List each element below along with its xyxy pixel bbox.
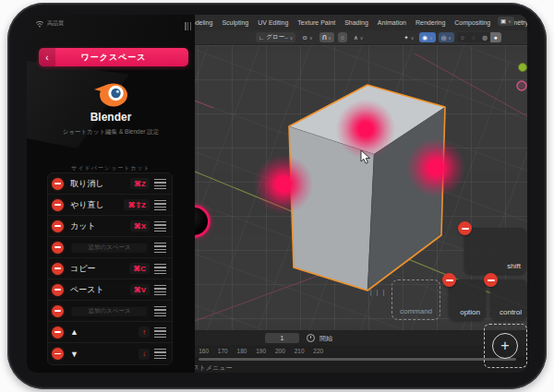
drag-handle-icon[interactable] (154, 200, 166, 210)
xray-toggle[interactable]: ◎ ∨ (439, 32, 454, 42)
chevron-down-icon: ∨ (360, 35, 364, 41)
screen: ModelingSculptingUV EditingTexture Paint… (27, 15, 527, 373)
chevron-down-icon: ∨ (429, 35, 433, 41)
shortcut-key-badge: ↑ (138, 327, 150, 338)
plus-icon: + (492, 333, 518, 359)
shortcut-row: 追加のスペース (48, 237, 172, 258)
shortcut-input[interactable]: 追加のスペース (70, 304, 149, 317)
shortcut-key-badge: ⌘C (129, 263, 150, 274)
falloff-dropdown[interactable]: ∧ ∨ (351, 32, 366, 42)
topbar-menus: ModelingSculptingUV EditingTexture Paint… (187, 15, 527, 30)
start-frame-label: 開始 (319, 334, 332, 343)
shading-mode-2[interactable]: ◍ (479, 32, 490, 42)
chevron-down-icon: ∨ (448, 35, 452, 41)
remove-button[interactable] (52, 263, 64, 275)
touch-indicator-right (406, 138, 465, 197)
drag-handle-icon[interactable] (154, 243, 166, 253)
remove-key-badge[interactable] (484, 273, 498, 287)
modifier-key-label: control (500, 308, 522, 316)
modifier-key-option[interactable]: option (449, 279, 486, 320)
remove-button[interactable] (52, 220, 64, 232)
current-frame-field[interactable]: 1 (265, 333, 299, 343)
drag-handle-icon[interactable] (154, 285, 166, 295)
menu-item-rendering[interactable]: Rendering (416, 19, 445, 26)
remove-button[interactable] (52, 348, 64, 360)
remove-button[interactable] (52, 199, 64, 211)
app-card: Blender ショートカット編集 & Blender 設定 (27, 72, 195, 160)
pivot-dropdown[interactable]: ⊙ ∨ (299, 32, 315, 42)
scene-icon: ▣ (500, 18, 506, 25)
shading-mode-3[interactable]: ● (490, 32, 501, 42)
overlays-icon: ◉ (422, 34, 428, 42)
menu-item-compositing[interactable]: Compositing (454, 19, 490, 26)
drag-handle-icon[interactable] (154, 264, 166, 274)
gizmo-dropdown[interactable]: ✦ ∨ (401, 32, 416, 42)
section-title: サイドバーショートカット (27, 164, 195, 172)
shortcut-row: ▲↑ (48, 322, 172, 343)
proportional-editing-toggle[interactable]: ○ (338, 32, 347, 42)
drag-handle-icon[interactable] (154, 179, 166, 189)
chevron-left-icon: ‹ (39, 48, 55, 66)
drag-handle-icon[interactable] (154, 349, 166, 359)
menu-item-animation[interactable]: Animation (378, 19, 406, 26)
menu-item-shading[interactable]: Shading (344, 19, 368, 26)
remove-key-badge[interactable] (458, 221, 472, 235)
chevron-down-icon: ∨ (309, 35, 313, 41)
touch-indicator-left (254, 155, 313, 214)
menu-item-sculpting[interactable]: Sculpting (222, 19, 248, 26)
shortcut-input[interactable]: 追加のスペース (70, 241, 149, 254)
xray-icon: ◎ (441, 34, 447, 42)
orientation-dropdown[interactable]: ∟ グロー.. ∨ (256, 32, 295, 42)
shortcut-label: 取り消し (70, 178, 130, 190)
chevron-down-icon: ∨ (328, 35, 331, 41)
remove-key-badge[interactable] (442, 273, 456, 287)
shortcut-label: ▲ (70, 327, 138, 337)
modifier-key-shift[interactable]: shift (464, 228, 526, 274)
overlays-toggle[interactable]: ◉ ∨ (419, 32, 435, 42)
connection-status: 高品質 (35, 19, 64, 28)
modifier-key-command[interactable]: command (391, 279, 440, 320)
shortcut-label: やり直し (70, 199, 124, 211)
shortcut-label: ▼ (70, 350, 138, 359)
app-subtitle: ショートカット編集 & Blender 設定 (27, 128, 195, 137)
stopwatch-icon[interactable] (307, 334, 315, 342)
shading-mode-0[interactable]: ○ (457, 32, 468, 42)
sidebar-drag-handle[interactable] (185, 22, 191, 30)
snap-toggle[interactable]: U ∨ (319, 32, 334, 42)
shortcut-key-badge: ⌘X (130, 220, 150, 232)
remove-button[interactable] (52, 305, 64, 317)
remove-button[interactable] (52, 242, 64, 254)
shortcut-sidebar: 高品質 ‹ ワークスペース Blender ショートカット編集 & Blende… (27, 15, 195, 373)
orientation-label: グロー.. (266, 33, 287, 42)
view-layer-icon[interactable]: ×× (518, 18, 524, 25)
remove-button[interactable] (52, 178, 64, 190)
blender-logo (92, 79, 129, 109)
modifier-key-label: command (392, 307, 440, 315)
shortcut-row: 追加のスペース (48, 301, 172, 322)
shortcut-list: 取り消し⌘Zやり直し⌘⇧Zカット⌘X追加のスペースコピー⌘Cペースト⌘V追加のス… (47, 172, 173, 365)
add-overlay-button[interactable]: + (484, 324, 527, 368)
modifier-key-label: shift (507, 262, 521, 270)
ruler-tick: 190 (256, 348, 266, 354)
chevron-down-icon: ∨ (411, 35, 415, 41)
menu-item-uv-editing[interactable]: UV Editing (258, 19, 288, 26)
ruler-tick: 210 (295, 348, 305, 354)
shortcut-label: ペースト (70, 284, 130, 296)
drag-handle-icon[interactable] (154, 221, 166, 232)
shortcut-key-badge: ↓ (138, 349, 150, 360)
falloff-icon: ∧ (354, 34, 358, 42)
remove-button[interactable] (52, 327, 64, 339)
menu-item-texture-paint[interactable]: Texture Paint (297, 19, 335, 26)
ruler-tick: 180 (237, 348, 247, 354)
shortcut-key-badge: ⌘⇧Z (124, 199, 150, 210)
drag-handle-icon[interactable] (154, 306, 166, 316)
ipad-device-frame: ModelingSculptingUV EditingTexture Paint… (7, 3, 547, 389)
scene-selector[interactable]: ▣ ∨ (498, 17, 514, 26)
workspace-button-label: ワークスペース (55, 52, 172, 64)
drag-handle-icon[interactable] (154, 327, 166, 338)
shortcut-row: ▼↓ (48, 343, 172, 364)
shading-mode-1[interactable]: ◌ (468, 32, 479, 42)
modifier-key-control[interactable]: control (490, 279, 527, 320)
remove-button[interactable] (52, 284, 64, 296)
workspace-back-button[interactable]: ‹ ワークスペース (39, 48, 188, 66)
